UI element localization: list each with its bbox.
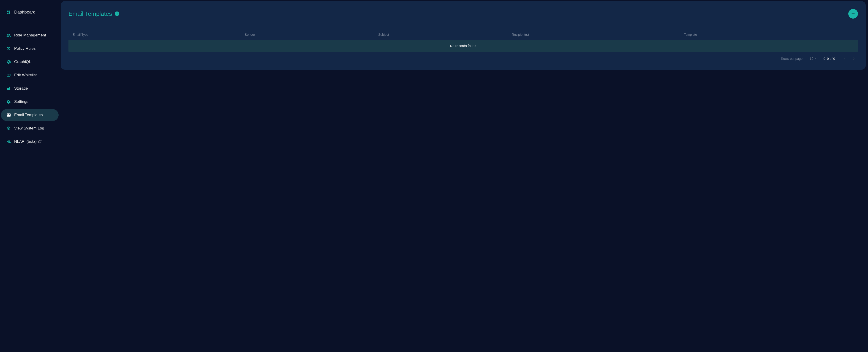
policy-icon (6, 46, 11, 51)
pagination-range: 0–0 of 0 (823, 57, 835, 60)
rows-per-page-select[interactable]: 10 (810, 57, 817, 60)
rows-per-page-value: 10 (810, 57, 813, 60)
svg-point-7 (8, 63, 9, 64)
sidebar-item-role-management[interactable]: Role Management (1, 29, 59, 41)
pagination: Rows per page: 10 0–0 of 0 (68, 52, 858, 62)
svg-line-14 (9, 129, 10, 130)
svg-point-9 (7, 61, 7, 61)
column-header-email-type[interactable]: Email Type (72, 33, 243, 36)
empty-state-row: No records found (68, 40, 858, 52)
sidebar-item-label: Settings (14, 99, 28, 104)
sidebar-item-email-templates[interactable]: Email Templates (1, 109, 59, 121)
chevron-down-icon (815, 58, 817, 60)
add-template-button[interactable] (848, 9, 858, 19)
rows-per-page-label: Rows per page: (781, 57, 803, 60)
sidebar-item-label: View System Log (14, 126, 44, 130)
column-header-subject[interactable]: Subject (378, 33, 509, 36)
sidebar: Dashboard Role Management Policy Rules G… (0, 0, 60, 352)
sidebar-item-label: Dashboard (14, 10, 35, 15)
svg-point-5 (10, 61, 10, 61)
pagination-prev-button[interactable] (841, 55, 848, 62)
sidebar-item-label: NLAPI (beta) (14, 139, 42, 144)
external-link-icon (38, 140, 42, 143)
storage-icon (6, 86, 11, 91)
page-title: Email Templates (68, 10, 112, 18)
card-title-wrap: Email Templates i (68, 10, 119, 18)
svg-point-1 (7, 47, 8, 48)
svg-point-8 (7, 62, 7, 63)
dashboard-icon (6, 10, 11, 14)
chevron-right-icon (851, 56, 856, 61)
sidebar-item-label: Email Templates (14, 113, 42, 117)
nlapi-icon: NL (6, 139, 11, 144)
log-icon (6, 126, 11, 130)
column-header-sender[interactable]: Sender (245, 33, 376, 36)
plus-icon (850, 11, 856, 16)
chevron-left-icon (842, 56, 847, 61)
graphql-icon (6, 60, 11, 64)
sidebar-item-view-system-log[interactable]: View System Log (1, 122, 59, 134)
table-header-row: Email Type Sender Subject Recipient(s) T… (68, 30, 858, 40)
column-header-template[interactable]: Template (684, 33, 854, 36)
sidebar-item-label: Policy Rules (14, 46, 36, 51)
svg-point-0 (8, 47, 9, 48)
sidebar-item-policy-rules[interactable]: Policy Rules (1, 42, 59, 55)
gear-icon (6, 99, 11, 104)
sidebar-item-settings[interactable]: Settings (1, 96, 59, 108)
sidebar-item-dashboard[interactable]: Dashboard (1, 6, 59, 18)
svg-rect-10 (7, 74, 10, 77)
info-icon[interactable]: i (115, 11, 119, 16)
email-templates-card: Email Templates i Email Type Sender Subj… (61, 1, 866, 70)
sidebar-item-storage[interactable]: Storage (1, 83, 59, 94)
main-content: Email Templates i Email Type Sender Subj… (60, 0, 868, 352)
sidebar-item-label: Role Management (14, 33, 46, 37)
svg-point-2 (10, 47, 10, 48)
sidebar-item-label: Storage (14, 86, 28, 91)
svg-point-4 (8, 60, 9, 60)
sidebar-item-label: Edit Whitelist (14, 73, 37, 78)
svg-point-6 (10, 62, 10, 63)
people-icon (6, 33, 11, 37)
pagination-next-button[interactable] (850, 55, 857, 62)
table-icon (6, 73, 11, 78)
sidebar-item-nlapi[interactable]: NL NLAPI (beta) (1, 136, 59, 148)
templates-table: Email Type Sender Subject Recipient(s) T… (68, 30, 858, 52)
sidebar-item-label: GraphiQL (14, 60, 31, 64)
card-header: Email Templates i (68, 9, 858, 19)
column-header-recipients[interactable]: Recipient(s) (512, 33, 682, 36)
sidebar-item-graphiql[interactable]: GraphiQL (1, 56, 59, 68)
pagination-arrows (841, 55, 857, 62)
sidebar-item-edit-whitelist[interactable]: Edit Whitelist (1, 69, 59, 81)
email-icon (6, 113, 11, 117)
